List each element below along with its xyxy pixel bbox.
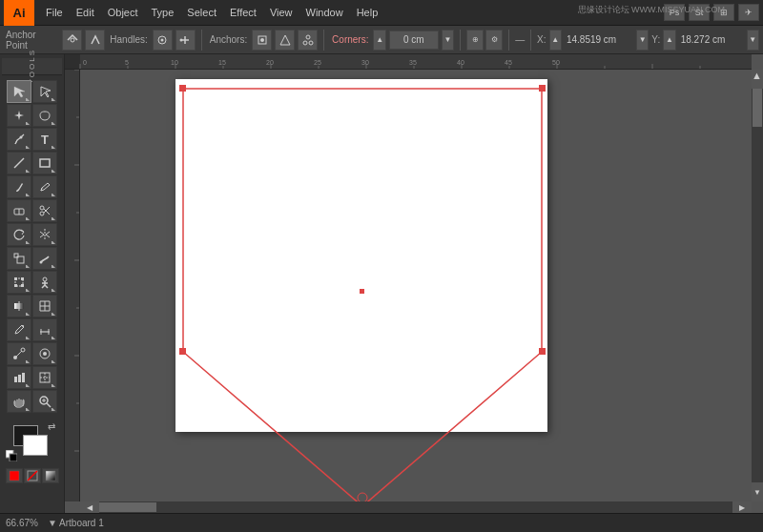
tool-row-10 — [7, 295, 57, 317]
shape-canvas — [80, 70, 752, 501]
scissors-btn[interactable] — [32, 199, 57, 222]
menu-file[interactable]: File — [40, 0, 69, 25]
rocket-icon[interactable]: ✈ — [738, 4, 759, 21]
gradient-color-btn[interactable] — [42, 468, 59, 483]
menu-edit[interactable]: Edit — [71, 0, 100, 25]
paintbrush-btn[interactable] — [7, 175, 31, 198]
menu-window[interactable]: Window — [300, 0, 349, 25]
stroke-color-swatch[interactable] — [23, 435, 48, 456]
x-coord-up[interactable]: ▲ — [549, 30, 562, 51]
type-tool-btn[interactable]: T — [32, 128, 57, 151]
none-btn[interactable] — [24, 468, 41, 483]
color-swatches: ⇄ — [6, 421, 59, 463]
divider-4 — [508, 30, 509, 51]
ruler-vertical — [65, 70, 80, 501]
vertical-scrollbar[interactable]: ▲ ▼ — [752, 70, 763, 501]
menu-view[interactable]: View — [264, 0, 299, 25]
measure-btn[interactable] — [32, 318, 57, 341]
svg-text:10: 10 — [171, 59, 178, 66]
blend-tool-btn[interactable] — [7, 342, 31, 365]
svg-point-15 — [40, 212, 44, 215]
svg-text:30: 30 — [361, 59, 369, 66]
corners-up-btn[interactable]: ▲ — [373, 30, 385, 51]
top-right-icons: Ps St ⊞ ✈ 思缘设计论坛 WWW.MISSYUAN.COM — [664, 4, 759, 21]
reflect-btn[interactable] — [32, 223, 57, 246]
corners-label: Corners: — [330, 34, 370, 45]
puppet-warp-btn[interactable] — [32, 271, 57, 294]
color-btn[interactable] — [6, 468, 23, 483]
svg-rect-50 — [10, 454, 17, 461]
svg-line-10 — [14, 158, 24, 168]
svg-rect-25 — [21, 277, 24, 280]
menu-type[interactable]: Type — [146, 0, 180, 25]
convert-btn-2[interactable] — [85, 30, 105, 51]
magic-wand-btn[interactable] — [7, 104, 31, 127]
anchors-btn-2[interactable] — [275, 30, 295, 51]
scrollbar-right-btn[interactable]: ▶ — [732, 501, 752, 513]
anchors-btn-3[interactable] — [298, 30, 318, 51]
scrollbar-thumb-h[interactable] — [99, 502, 156, 512]
rect-tool-btn[interactable] — [32, 152, 57, 174]
handles-btn-2[interactable] — [175, 30, 196, 51]
direct-selection-tool-btn[interactable] — [32, 80, 57, 103]
eyedropper-btn[interactable] — [7, 318, 31, 341]
pen-tool-btn[interactable] — [7, 128, 31, 151]
menu-select[interactable]: Select — [181, 0, 222, 25]
hand-tool-btn[interactable] — [7, 390, 31, 413]
anchors-btn-1[interactable] — [252, 30, 272, 51]
svg-text:40: 40 — [457, 59, 464, 66]
settings-btn[interactable]: ⚙ — [485, 30, 503, 51]
svg-rect-92 — [179, 85, 186, 92]
svg-rect-97 — [360, 289, 364, 294]
svg-rect-41 — [22, 373, 25, 382]
svg-rect-93 — [539, 85, 546, 92]
anchor-point-toolbar: Anchor Point Handles: Anchors: Corners: … — [0, 26, 763, 54]
divider-3 — [460, 30, 461, 51]
drawing-canvas[interactable]: Anchor X: 14.85 cm Y: 18.27 cm — [80, 70, 752, 501]
selection-tool-btn[interactable] — [7, 80, 31, 103]
svg-rect-54 — [46, 471, 55, 481]
horizontal-scrollbar[interactable]: ◀ ▶ — [80, 501, 752, 513]
convert-btn-1[interactable] — [62, 30, 82, 51]
symbol-btn[interactable] — [32, 342, 57, 365]
gradient-tool-btn[interactable] — [7, 295, 31, 317]
scrollbar-up-btn[interactable]: ▲ — [752, 70, 763, 89]
scrollbar-down-btn[interactable]: ▼ — [752, 482, 763, 501]
rotate-btn[interactable] — [7, 223, 31, 246]
handles-btn-1[interactable] — [153, 30, 173, 51]
menu-object[interactable]: Object — [102, 0, 144, 25]
x-coord-down[interactable]: ▼ — [636, 30, 649, 51]
corners-down-btn[interactable]: ▼ — [442, 30, 454, 51]
menu-effect[interactable]: Effect — [224, 0, 262, 25]
swap-colors-btn[interactable]: ⇄ — [48, 421, 59, 433]
zoom-tool-btn[interactable] — [32, 390, 57, 413]
y-coord-up[interactable]: ▲ — [663, 30, 675, 51]
tool-row-14 — [7, 390, 57, 413]
menu-help[interactable]: Help — [351, 0, 384, 25]
tool-row-12 — [7, 342, 57, 365]
mesh-tool-btn[interactable] — [32, 295, 57, 317]
svg-text:45: 45 — [505, 59, 512, 66]
status-bar: 66.67% ▼ Artboard 1 — [0, 513, 763, 532]
lasso-tool-btn[interactable] — [32, 104, 57, 127]
free-transform-btn[interactable] — [7, 271, 31, 294]
y-coord-down[interactable]: ▼ — [747, 30, 759, 51]
default-colors-btn[interactable] — [6, 450, 19, 463]
more-options-btn[interactable]: ⊕ — [466, 30, 484, 51]
warp-btn[interactable] — [32, 247, 57, 270]
left-toolbar: TOOLS — [0, 54, 65, 513]
line-tool-btn[interactable] — [7, 152, 31, 174]
column-graph-btn[interactable] — [7, 366, 31, 389]
corners-value-input[interactable]: 0 cm — [389, 31, 439, 50]
zoom-level: 66.67% — [6, 518, 38, 528]
scale-btn[interactable] — [7, 247, 31, 270]
pencil-btn[interactable] — [32, 175, 57, 198]
eraser-btn[interactable] — [7, 199, 31, 222]
scrollbar-thumb-v[interactable] — [753, 89, 762, 127]
canvas-area[interactable]: 0 5 10 15 20 25 30 35 40 45 50 — [65, 54, 763, 513]
svg-text:15: 15 — [218, 59, 226, 66]
slice-btn[interactable] — [32, 366, 57, 389]
svg-rect-39 — [14, 377, 17, 382]
scrollbar-left-btn[interactable]: ◀ — [80, 501, 99, 513]
svg-text:25: 25 — [314, 59, 321, 66]
